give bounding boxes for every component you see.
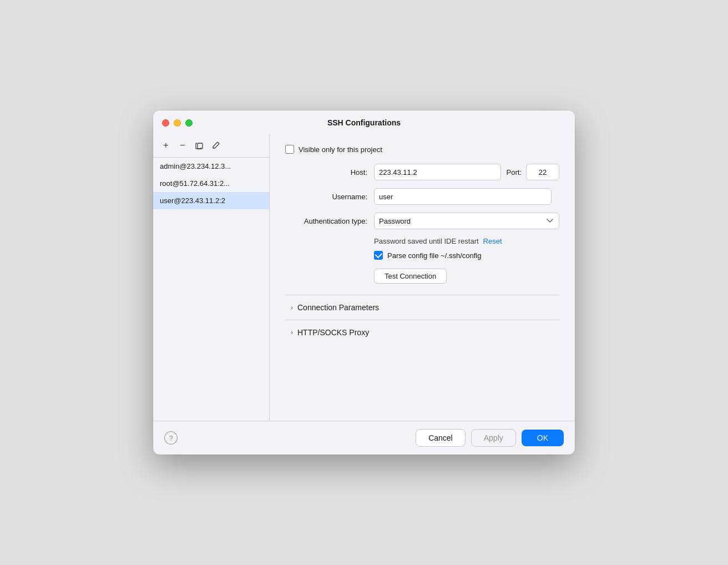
main-content: + − admin@23.234.12.3... root@51.72.64.3… xyxy=(153,134,575,421)
parse-config-checkbox[interactable] xyxy=(374,251,383,260)
reset-link[interactable]: Reset xyxy=(483,237,502,245)
port-group: Port: xyxy=(507,164,559,180)
dialog-footer: ? Cancel Apply OK xyxy=(153,421,575,455)
title-bar: SSH Configurations xyxy=(153,110,575,134)
username-row: Username: xyxy=(285,188,559,205)
test-connection-row: Test Connection xyxy=(374,269,559,284)
port-label: Port: xyxy=(507,168,522,176)
minimize-button[interactable] xyxy=(174,119,181,127)
sidebar-toolbar: + − xyxy=(153,134,269,158)
http-socks-header[interactable]: › HTTP/SOCKS Proxy xyxy=(285,328,559,337)
copy-icon xyxy=(195,141,204,150)
help-button[interactable]: ? xyxy=(164,431,178,445)
sidebar: + − admin@23.234.12.3... root@51.72.64.3… xyxy=(153,134,270,421)
traffic-lights xyxy=(162,119,193,127)
http-socks-chevron-icon: › xyxy=(291,329,293,336)
host-input[interactable] xyxy=(374,164,501,180)
test-connection-button[interactable]: Test Connection xyxy=(374,269,447,284)
apply-button[interactable]: Apply xyxy=(471,429,516,447)
maximize-button[interactable] xyxy=(185,119,193,127)
copy-config-button[interactable] xyxy=(192,138,206,153)
connection-params-section: › Connection Parameters xyxy=(285,295,559,320)
sidebar-list: admin@23.234.12.3... root@51.72.64.31:2.… xyxy=(153,158,269,421)
sidebar-item-2[interactable]: user@223.43.11.2:2 xyxy=(153,192,269,209)
username-input[interactable] xyxy=(374,188,552,205)
auth-type-select[interactable]: Password Key pair OpenSSH config and aut… xyxy=(374,213,559,229)
close-button[interactable] xyxy=(162,119,169,127)
host-row: Host: Port: xyxy=(285,164,559,180)
parse-config-label: Parse config file ~/.ssh/config xyxy=(387,251,481,260)
host-label: Host: xyxy=(285,168,374,176)
sidebar-item-0[interactable]: admin@23.234.12.3... xyxy=(153,158,269,175)
auth-type-label: Authentication type: xyxy=(285,217,374,225)
username-label: Username: xyxy=(285,193,374,201)
dialog-title: SSH Configurations xyxy=(327,118,401,127)
sidebar-item-1[interactable]: root@51.72.64.31:2... xyxy=(153,175,269,192)
footer-right: Cancel Apply OK xyxy=(416,429,564,447)
http-socks-section: › HTTP/SOCKS Proxy xyxy=(285,320,559,345)
connection-params-header[interactable]: › Connection Parameters xyxy=(285,303,559,312)
svg-rect-0 xyxy=(198,143,203,149)
cancel-button[interactable]: Cancel xyxy=(416,429,466,447)
form-panel: Visible only for this project Host: Port… xyxy=(270,134,575,421)
visible-only-label: Visible only for this project xyxy=(299,145,382,154)
visible-only-checkbox[interactable] xyxy=(285,145,294,154)
ok-button[interactable]: OK xyxy=(522,430,564,446)
password-info-row: Password saved until IDE restart Reset xyxy=(374,237,559,245)
edit-config-button[interactable] xyxy=(209,138,223,153)
connection-params-chevron-icon: › xyxy=(291,304,293,311)
edit-icon xyxy=(211,141,220,150)
auth-type-row: Authentication type: Password Key pair O… xyxy=(285,213,559,229)
add-config-button[interactable]: + xyxy=(159,138,173,153)
password-saved-text: Password saved until IDE restart xyxy=(374,237,479,245)
connection-params-title: Connection Parameters xyxy=(297,303,379,312)
http-socks-title: HTTP/SOCKS Proxy xyxy=(297,328,369,337)
ssh-configurations-dialog: SSH Configurations + − xyxy=(153,110,575,455)
footer-left: ? xyxy=(164,431,178,445)
parse-config-row: Parse config file ~/.ssh/config xyxy=(374,251,559,260)
port-input[interactable] xyxy=(526,164,559,180)
remove-config-button[interactable]: − xyxy=(175,138,190,153)
visible-only-row: Visible only for this project xyxy=(285,145,559,154)
